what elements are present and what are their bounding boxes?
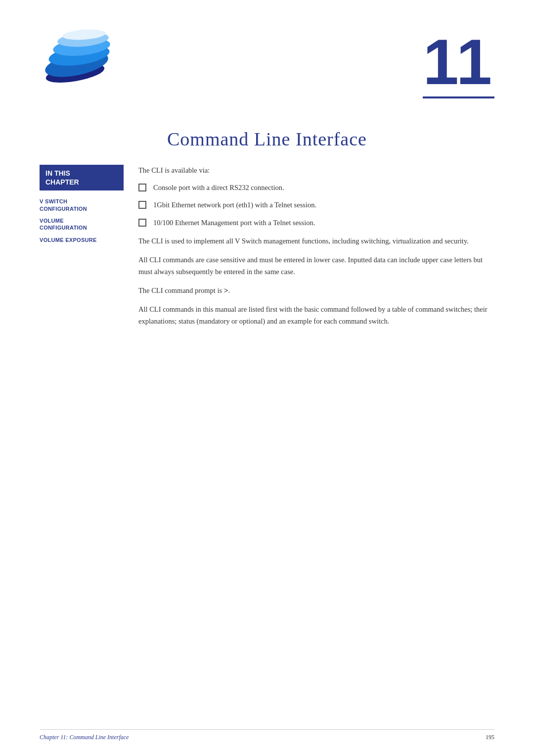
chapter-number-underline <box>423 96 494 98</box>
bullet-icon <box>138 184 146 191</box>
bullet-text: 1Gbit Ethernet network port (eth1) with … <box>153 199 316 211</box>
main-content: The CLI is available via: Console port w… <box>138 165 494 334</box>
list-item: 1Gbit Ethernet network port (eth1) with … <box>138 199 494 211</box>
sidebar-link-vswitch[interactable]: V Switch Configuration <box>40 198 124 212</box>
footer-page: 195 <box>486 734 494 741</box>
footer: Chapter 11: Command Line Interface 195 <box>40 729 494 741</box>
sidebar-link-volume-config[interactable]: Volume Configuration <box>40 217 124 232</box>
bullet-text: 10/100 Ethernet Management port with a T… <box>153 217 315 229</box>
bullet-list: Console port with a direct RS232 connect… <box>138 182 494 229</box>
body-paragraph-1: The CLI is used to implement all V Switc… <box>138 236 494 247</box>
sidebar-link-volume-exposure[interactable]: Volume Exposure <box>40 236 124 243</box>
chapter-number: 11 <box>423 30 494 94</box>
bullet-icon <box>138 201 146 209</box>
sidebar-links: V Switch Configuration Volume Configurat… <box>40 198 124 243</box>
chapter-title: Command Line Interface <box>40 128 494 150</box>
body-paragraph-2: All CLI commands are case sensitive and … <box>138 254 494 278</box>
chapter-number-container: 11 <box>423 30 494 98</box>
in-this-chapter-box: IN THIS CHAPTER <box>40 165 124 190</box>
sidebar: IN THIS CHAPTER V Switch Configuration V… <box>40 165 124 334</box>
body-paragraph-4: All CLI commands in this manual are list… <box>138 304 494 328</box>
page: 11 Command Line Interface IN THIS CHAPTE… <box>0 0 534 756</box>
in-this-chapter-label-line1: IN THIS <box>45 169 118 178</box>
footer-left: Chapter 11: Command Line Interface <box>40 734 129 741</box>
bullet-text: Console port with a direct RS232 connect… <box>153 182 284 193</box>
list-item: Console port with a direct RS232 connect… <box>138 182 494 193</box>
body-paragraph-3: The CLI command prompt is >. <box>138 285 494 297</box>
in-this-chapter-label-line2: CHAPTER <box>45 178 118 187</box>
logo <box>40 30 119 89</box>
list-item: 10/100 Ethernet Management port with a T… <box>138 217 494 229</box>
chapter-title-area: Command Line Interface <box>0 108 534 165</box>
intro-text: The CLI is available via: <box>138 165 494 176</box>
code-prompt: > <box>224 287 228 295</box>
content-area: IN THIS CHAPTER V Switch Configuration V… <box>0 165 534 334</box>
bullet-icon <box>138 219 146 227</box>
header: 11 <box>0 0 534 108</box>
